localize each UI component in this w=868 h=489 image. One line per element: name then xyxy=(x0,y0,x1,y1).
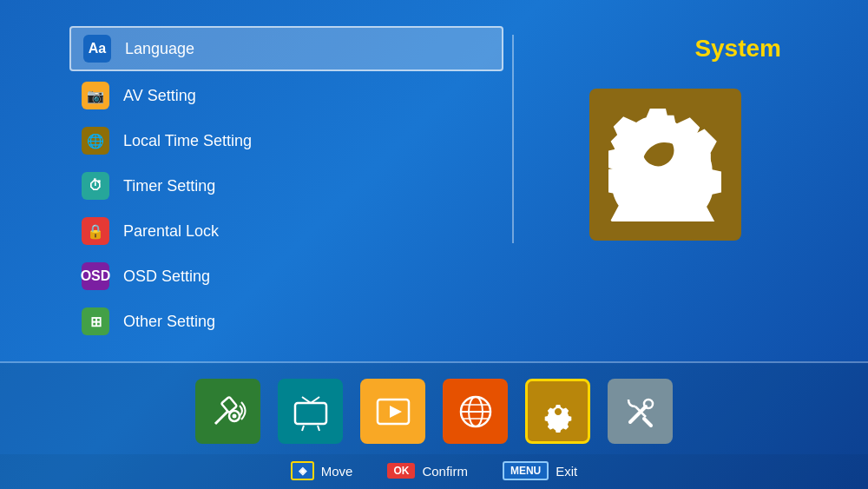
right-panel: System xyxy=(514,26,816,353)
gear-icon-box xyxy=(589,89,741,241)
bottom-icons-row xyxy=(0,363,868,454)
confirm-status: OK Confirm xyxy=(387,463,468,479)
menu-panel: AaLanguage📷AV Setting🌐Local Time Setting… xyxy=(69,26,503,353)
language-icon: Aa xyxy=(83,35,111,63)
move-badge: ◈ xyxy=(291,461,314,480)
other-label: Other Setting xyxy=(123,313,215,331)
svg-line-6 xyxy=(318,426,319,431)
svg-marker-10 xyxy=(390,406,402,418)
exit-status: MENU Exit xyxy=(503,461,577,480)
satellite-button[interactable] xyxy=(195,379,260,444)
timer-label: Timer Setting xyxy=(123,177,215,195)
other-icon: ⊞ xyxy=(82,307,109,335)
osd-icon: OSD xyxy=(82,262,109,290)
ok-badge: OK xyxy=(387,463,415,479)
satellite-icon xyxy=(208,392,247,431)
menu-item-av-setting[interactable]: 📷AV Setting xyxy=(69,75,503,116)
menu-item-osd[interactable]: OSDOSD Setting xyxy=(69,255,503,297)
menu-badge: MENU xyxy=(503,461,549,480)
exit-label: Exit xyxy=(556,464,577,479)
tools-icon xyxy=(620,391,661,433)
svg-rect-4 xyxy=(295,403,326,424)
menu-item-other[interactable]: ⊞Other Setting xyxy=(69,301,503,342)
language-label: Language xyxy=(125,40,194,58)
parental-label: Parental Lock xyxy=(123,222,219,241)
system-button[interactable] xyxy=(525,379,590,444)
main-container: AaLanguage📷AV Setting🌐Local Time Setting… xyxy=(0,0,868,489)
media-icon xyxy=(372,391,414,433)
parental-icon: 🔒 xyxy=(82,217,109,245)
internet-icon xyxy=(455,391,496,433)
svg-line-0 xyxy=(215,412,227,424)
local-time-label: Local Time Setting xyxy=(123,132,252,150)
av-setting-icon: 📷 xyxy=(82,82,109,109)
system-title: System xyxy=(694,35,781,63)
media-button[interactable] xyxy=(360,379,425,444)
internet-button[interactable] xyxy=(443,379,508,444)
tv-button[interactable] xyxy=(278,379,343,444)
menu-item-timer[interactable]: ⏱Timer Setting xyxy=(69,165,503,207)
osd-label: OSD Setting xyxy=(123,268,210,286)
tools-button[interactable] xyxy=(608,379,673,444)
svg-line-5 xyxy=(302,426,304,431)
menu-item-language[interactable]: AaLanguage xyxy=(69,26,503,71)
move-status: ◈ Move xyxy=(291,461,353,480)
timer-icon: ⏱ xyxy=(82,172,109,200)
system-gear-icon xyxy=(537,391,579,433)
svg-point-3 xyxy=(233,414,237,419)
tv-icon xyxy=(290,391,332,433)
av-setting-label: AV Setting xyxy=(123,87,196,105)
menu-item-local-time[interactable]: 🌐Local Time Setting xyxy=(69,120,503,162)
svg-point-17 xyxy=(644,400,653,408)
status-bar: ◈ Move OK Confirm MENU Exit xyxy=(0,454,868,489)
gear-icon xyxy=(608,109,721,221)
move-label: Move xyxy=(321,464,353,479)
menu-item-parental[interactable]: 🔒Parental Lock xyxy=(69,210,503,252)
content-area: AaLanguage📷AV Setting🌐Local Time Setting… xyxy=(0,0,868,361)
confirm-label: Confirm xyxy=(422,464,468,479)
local-time-icon: 🌐 xyxy=(82,127,109,155)
svg-line-18 xyxy=(644,419,651,426)
